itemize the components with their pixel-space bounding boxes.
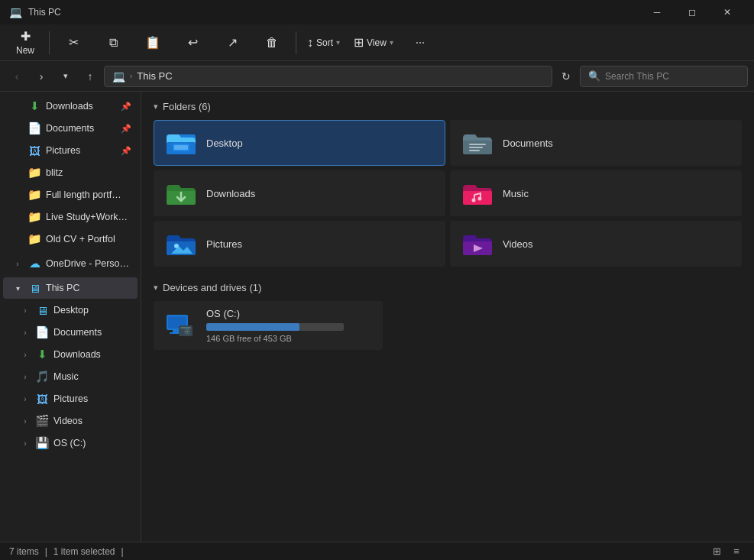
expand-arrow-icon: › bbox=[12, 260, 23, 268]
sidebar-item-label: Videos bbox=[53, 416, 131, 426]
search-box[interactable]: 🔍 Search This PC bbox=[580, 66, 748, 87]
selected-count: 1 item selected bbox=[53, 546, 115, 557]
sidebar-item-pictures[interactable]: 🖼 Pictures 📌 bbox=[3, 140, 138, 161]
forward-button[interactable]: › bbox=[31, 66, 52, 87]
sidebar-item-label: Live Study+Work… bbox=[46, 212, 131, 222]
list-view-button[interactable]: ≡ bbox=[728, 543, 745, 560]
downloads-icon: ⬇ bbox=[35, 348, 49, 361]
status-bar: 7 items | 1 item selected | ⊞ ≡ bbox=[0, 542, 754, 560]
folder-grid: Desktop Documents bbox=[154, 120, 742, 267]
sidebar-item-label: OS (C:) bbox=[53, 438, 131, 448]
toolbar: ✚ New ✂ ⧉ 📋 ↩ ↗ 🗑 ↕ Sort ▾ ⊞ View ▾ ⋯ bbox=[0, 24, 754, 61]
sidebar-item-live-study[interactable]: 📁 Live Study+Work… bbox=[3, 206, 138, 228]
search-icon: 🔍 bbox=[588, 70, 600, 82]
status-separator: | bbox=[45, 546, 47, 557]
sidebar-item-onedrive[interactable]: › ☁ OneDrive - Person… bbox=[3, 253, 138, 274]
cut-button[interactable]: ✂ bbox=[54, 28, 92, 58]
drives-section-header: ▾ Devices and drives (1) bbox=[154, 282, 742, 293]
main-area: ⬇ Downloads 📌 📄 Documents 📌 🖼 Pictures 📌… bbox=[0, 92, 754, 542]
sort-button[interactable]: ↕ Sort ▾ bbox=[301, 28, 346, 58]
documents-icon: 📄 bbox=[28, 121, 41, 135]
close-button[interactable]: ✕ bbox=[710, 0, 745, 24]
sidebar-item-videos-pc[interactable]: › 🎬 Videos bbox=[3, 410, 138, 432]
sidebar-item-old-cv[interactable]: 📁 Old CV + Portfol bbox=[3, 228, 138, 250]
folder-item-videos[interactable]: Videos bbox=[450, 221, 742, 267]
restore-button[interactable]: ◻ bbox=[675, 0, 710, 24]
new-icon: ✚ bbox=[21, 29, 31, 44]
folder-item-desktop[interactable]: Desktop bbox=[154, 120, 445, 166]
sidebar-item-label: Documents bbox=[53, 327, 131, 338]
sort-chevron-icon: ▾ bbox=[336, 38, 340, 47]
up-button[interactable]: ↑ bbox=[79, 66, 101, 87]
folder-icon: 📁 bbox=[28, 232, 41, 246]
expand-arrow-icon: ▾ bbox=[12, 284, 23, 293]
more-button[interactable]: ⋯ bbox=[401, 28, 439, 58]
status-bar-info: 7 items | 1 item selected | bbox=[9, 546, 124, 557]
view-button[interactable]: ⊞ View ▾ bbox=[348, 28, 400, 58]
sidebar-item-downloads-pc[interactable]: › ⬇ Downloads bbox=[3, 344, 138, 365]
sidebar: ⬇ Downloads 📌 📄 Documents 📌 🖼 Pictures 📌… bbox=[0, 92, 141, 542]
svg-rect-5 bbox=[174, 145, 188, 150]
sidebar-item-music-pc[interactable]: › 🎵 Music bbox=[3, 366, 138, 387]
delete-icon: 🗑 bbox=[266, 36, 278, 50]
svg-rect-8 bbox=[469, 147, 483, 148]
back-button[interactable]: ‹ bbox=[6, 66, 28, 87]
expand-arrow-icon: › bbox=[20, 417, 31, 426]
onedrive-icon: ☁ bbox=[28, 257, 41, 270]
expand-arrow-icon: › bbox=[20, 373, 31, 381]
title-bar: 💻 This PC ─ ◻ ✕ bbox=[0, 0, 754, 24]
sidebar-item-full-length[interactable]: 📁 Full length portf… bbox=[3, 184, 138, 206]
svg-rect-9 bbox=[469, 150, 480, 151]
search-placeholder: Search This PC bbox=[605, 71, 669, 82]
paste-icon: 📋 bbox=[145, 35, 160, 50]
drive-space-text: 146 GB free of 453 GB bbox=[206, 334, 371, 343]
expand-arrow-icon: › bbox=[20, 329, 31, 337]
downloads-folder-icon bbox=[165, 177, 197, 209]
minimize-button[interactable]: ─ bbox=[639, 0, 675, 24]
delete-button[interactable]: 🗑 bbox=[253, 28, 291, 58]
address-bar: ‹ › ▾ ↑ 💻 › This PC ↻ 🔍 Search This PC bbox=[0, 61, 754, 92]
videos-icon: 🎬 bbox=[35, 414, 49, 428]
new-button[interactable]: ✚ New bbox=[6, 28, 44, 58]
drive-item-c[interactable]: OS (C:) 146 GB free of 453 GB bbox=[154, 301, 383, 350]
sidebar-item-this-pc[interactable]: ▾ 🖥 This PC bbox=[3, 277, 138, 299]
sidebar-item-pictures-pc[interactable]: › 🖼 Pictures bbox=[3, 388, 138, 409]
this-pc-icon: 🖥 bbox=[28, 282, 41, 295]
folder-item-documents[interactable]: Documents bbox=[450, 120, 742, 166]
svg-rect-7 bbox=[469, 144, 486, 145]
svg-rect-20 bbox=[173, 330, 179, 332]
refresh-button[interactable]: ↻ bbox=[555, 66, 577, 87]
address-path[interactable]: 💻 › This PC bbox=[104, 66, 552, 87]
view-chevron-icon: ▾ bbox=[390, 38, 393, 47]
videos-folder-icon bbox=[461, 228, 493, 260]
folder-item-pictures[interactable]: Pictures bbox=[154, 221, 445, 267]
recent-button[interactable]: ▾ bbox=[55, 66, 76, 87]
folder-item-downloads[interactable]: Downloads bbox=[154, 170, 445, 216]
expand-arrow-icon: › bbox=[20, 351, 31, 359]
downloads-icon: ⬇ bbox=[28, 99, 41, 113]
sidebar-item-os-c[interactable]: › 💾 OS (C:) bbox=[3, 432, 138, 454]
music-icon: 🎵 bbox=[35, 370, 49, 384]
sidebar-item-downloads[interactable]: ⬇ Downloads 📌 bbox=[3, 95, 138, 117]
title-bar-left: 💻 This PC bbox=[9, 6, 61, 18]
folder-item-music[interactable]: Music bbox=[450, 170, 742, 216]
svg-point-26 bbox=[186, 331, 188, 332]
status-bar-view-toggles: ⊞ ≡ bbox=[708, 543, 745, 560]
copy-button[interactable]: ⧉ bbox=[94, 28, 132, 58]
view-icon: ⊞ bbox=[354, 35, 364, 50]
grid-view-button[interactable]: ⊞ bbox=[708, 543, 725, 560]
sort-label: Sort bbox=[316, 37, 333, 48]
rename-icon: ↩ bbox=[188, 35, 198, 50]
share-button[interactable]: ↗ bbox=[213, 28, 251, 58]
sidebar-item-label: Pictures bbox=[46, 145, 116, 156]
sidebar-item-documents-pc[interactable]: › 📄 Documents bbox=[3, 322, 138, 343]
sidebar-item-documents[interactable]: 📄 Documents 📌 bbox=[3, 118, 138, 139]
sidebar-item-desktop[interactable]: › 🖥 Desktop bbox=[3, 299, 138, 321]
pictures-icon: 🖼 bbox=[28, 144, 41, 157]
sidebar-item-blitz[interactable]: 📁 blitz bbox=[3, 162, 138, 183]
paste-button[interactable]: 📋 bbox=[134, 28, 172, 58]
svg-point-12 bbox=[472, 199, 476, 202]
rename-button[interactable]: ↩ bbox=[173, 28, 212, 58]
folder-name: Pictures bbox=[206, 238, 242, 250]
folder-icon: 📁 bbox=[28, 210, 41, 224]
